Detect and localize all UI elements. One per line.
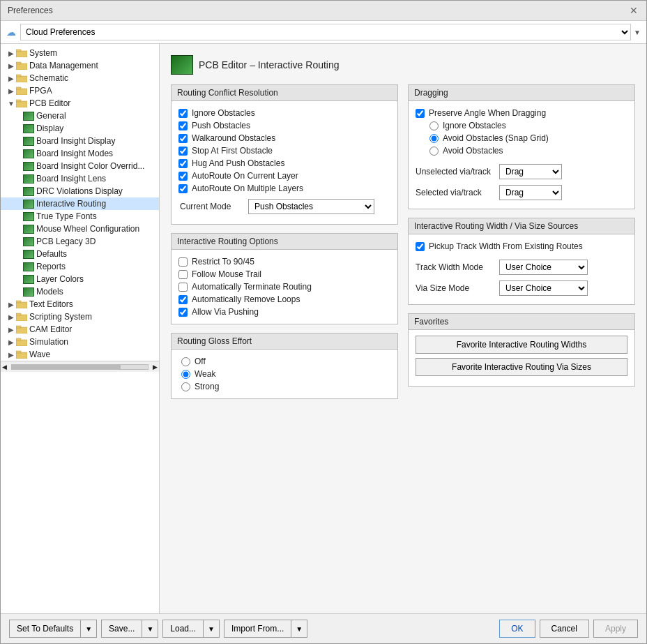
allow-via-pushing-checkbox[interactable] — [178, 308, 188, 317]
sidebar-item-data-management[interactable]: ▶ Data Management — [1, 59, 159, 72]
sidebar-item-board-insight-color-overrides[interactable]: Board Insight Color Overrid... — [1, 160, 159, 172]
sidebar-item-true-type-fonts[interactable]: True Type Fonts — [1, 210, 159, 223]
sidebar-item-schematic[interactable]: ▶ Schematic — [1, 72, 159, 84]
import-from-button[interactable]: Import From... — [224, 620, 291, 637]
sidebar-item-interactive-routing[interactable]: Interactive Routing — [1, 197, 159, 210]
routing-gloss-section: Routing Gloss Effort Off Weak — [171, 333, 398, 399]
sidebar-item-fpga[interactable]: ▶ FPGA — [1, 84, 159, 97]
import-from-arrow[interactable]: ▼ — [291, 620, 307, 637]
sidebar-label-scripting-system: Scripting System — [29, 312, 92, 322]
apply-button[interactable]: Apply — [593, 620, 638, 638]
sidebar-item-simulation[interactable]: ▶ Simulation — [1, 336, 159, 348]
check-hug-and-push-obstacles: Hug And Push Obstacles — [178, 157, 390, 170]
preserve-angle-checkbox[interactable] — [416, 109, 425, 118]
folder-icon — [16, 325, 27, 334]
stop-at-first-obstacle-checkbox[interactable] — [178, 147, 188, 156]
ignore-obstacles-checkbox[interactable] — [178, 109, 188, 118]
sidebar-item-mouse-wheel[interactable]: Mouse Wheel Configuration — [1, 223, 159, 235]
svg-rect-5 — [16, 75, 21, 77]
sidebar-item-wave[interactable]: ▶ Wave — [1, 348, 159, 361]
save-button[interactable]: Save... — [102, 620, 142, 637]
walkaround-obstacles-checkbox[interactable] — [178, 134, 188, 143]
sidebar-item-general[interactable]: General — [1, 110, 159, 122]
scroll-track[interactable] — [11, 364, 149, 370]
favorite-routing-widths-button[interactable]: Favorite Interactive Routing Widths — [416, 336, 627, 354]
sidebar-item-reports[interactable]: Reports — [1, 260, 159, 273]
scroll-right-icon[interactable]: ▶ — [151, 364, 159, 370]
ok-button[interactable]: OK — [499, 620, 535, 638]
selected-via-track-dropdown[interactable]: Drag Move — [499, 185, 562, 200]
sidebar-item-scripting-system[interactable]: ▶ Scripting System — [1, 310, 159, 323]
pcb-item-icon — [23, 225, 34, 234]
sidebar-item-cam-editor[interactable]: ▶ CAM Editor — [1, 323, 159, 336]
auto-terminate-checkbox[interactable] — [178, 283, 188, 292]
favorite-routing-via-sizes-button[interactable]: Favorite Interactive Routing Via Sizes — [416, 358, 627, 376]
push-obstacles-checkbox[interactable] — [178, 121, 188, 130]
push-obstacles-label: Push Obstacles — [192, 121, 250, 130]
gloss-off-label: Off — [195, 357, 206, 366]
sidebar-item-pcb-editor[interactable]: ▼ PCB Editor — [1, 97, 159, 110]
unselected-via-track-dropdown[interactable]: Drag Move — [499, 164, 562, 179]
sidebar-label-general: General — [36, 111, 66, 121]
sidebar-item-display[interactable]: Display — [1, 122, 159, 135]
routing-width-header: Interactive Routing Width / Via Size Sou… — [409, 218, 634, 234]
gloss-off-radio[interactable] — [181, 357, 190, 366]
sidebar-item-drc-violations-display[interactable]: DRC Violations Display — [1, 185, 159, 197]
load-button[interactable]: Load... — [163, 620, 204, 637]
sidebar-item-models[interactable]: Models — [1, 285, 159, 298]
cloud-preferences-dropdown[interactable]: Cloud Preferences — [20, 24, 631, 40]
sidebar-item-board-insight-display[interactable]: Board Insight Display — [1, 135, 159, 147]
svg-rect-12 — [16, 315, 27, 321]
sidebar-label-data-management: Data Management — [29, 61, 98, 70]
routing-conflict-body: Ignore Obstacles Push Obstacles Walkarou… — [172, 101, 397, 224]
routing-gloss-body: Off Weak Strong — [172, 350, 397, 398]
follow-mouse-trail-checkbox[interactable] — [178, 270, 188, 279]
auto-remove-loops-checkbox[interactable] — [178, 295, 188, 304]
sidebar-item-system[interactable]: ▶ System — [1, 47, 159, 59]
via-size-mode-label: Via Size Mode — [416, 283, 499, 293]
scroll-thumb[interactable] — [12, 365, 121, 369]
current-mode-label: Current Mode — [180, 202, 243, 211]
sidebar-item-pcb-legacy-3d[interactable]: PCB Legacy 3D — [1, 235, 159, 248]
track-width-mode-dropdown[interactable]: User Choice Rule Minimum Rule Preferred … — [499, 260, 588, 275]
pcb-item-icon — [23, 112, 34, 121]
sidebar-item-board-insight-modes[interactable]: Board Insight Modes — [1, 147, 159, 160]
current-mode-dropdown[interactable]: Push Obstacles Ignore Obstacles Walkarou… — [248, 199, 374, 214]
arrow-icon: ▶ — [6, 301, 16, 308]
radio-weak: Weak — [178, 368, 390, 380]
autoroute-multiple-layers-checkbox[interactable] — [178, 184, 188, 193]
ignore-obstacles-label: Ignore Obstacles — [192, 108, 255, 118]
drag-avoid-snap-radio[interactable] — [429, 134, 439, 143]
sidebar-item-board-insight-lens[interactable]: Board Insight Lens — [1, 172, 159, 185]
restrict-90-45-checkbox[interactable] — [178, 257, 188, 267]
close-button[interactable]: ✕ — [628, 5, 639, 16]
sidebar-item-defaults[interactable]: Defaults — [1, 248, 159, 260]
pickup-track-width-checkbox[interactable] — [416, 242, 425, 251]
track-width-mode-row: Track Width Mode User Choice Rule Minimu… — [416, 257, 627, 278]
load-arrow[interactable]: ▼ — [204, 620, 219, 637]
gloss-weak-radio[interactable] — [181, 370, 190, 379]
sidebar-item-text-editors[interactable]: ▶ Text Editors — [1, 298, 159, 310]
import-from-split-button[interactable]: Import From... ▼ — [224, 620, 307, 638]
via-size-mode-dropdown[interactable]: User Choice Rule Minimum Rule Preferred … — [499, 280, 588, 296]
pickup-track-width-label: Pickup Track Width From Existing Routes — [429, 241, 583, 251]
drag-avoid-snap-label: Avoid Obstacles (Snap Grid) — [443, 133, 549, 143]
sidebar-label-pcb-legacy-3d: PCB Legacy 3D — [36, 237, 96, 246]
track-width-mode-label: Track Width Mode — [416, 262, 499, 272]
sidebar-horizontal-scrollbar[interactable]: ◀ ▶ — [1, 361, 159, 372]
gloss-strong-radio[interactable] — [181, 382, 190, 391]
set-to-defaults-split-button[interactable]: Set To Defaults ▼ — [9, 620, 97, 638]
set-to-defaults-arrow[interactable]: ▼ — [81, 620, 96, 637]
drag-avoid-obstacles-radio[interactable] — [429, 147, 439, 156]
drag-ignore-obstacles-radio[interactable] — [429, 121, 439, 130]
save-split-button[interactable]: Save... ▼ — [101, 620, 158, 638]
hug-push-obstacles-checkbox[interactable] — [178, 159, 188, 168]
sidebar-item-layer-colors[interactable]: Layer Colors — [1, 273, 159, 285]
load-split-button[interactable]: Load... ▼ — [162, 620, 220, 638]
scroll-left-icon[interactable]: ◀ — [1, 364, 8, 370]
svg-rect-7 — [16, 87, 21, 89]
set-to-defaults-button[interactable]: Set To Defaults — [10, 620, 81, 637]
save-arrow[interactable]: ▼ — [142, 620, 158, 637]
autoroute-current-layer-checkbox[interactable] — [178, 172, 188, 181]
cancel-button[interactable]: Cancel — [540, 620, 589, 638]
